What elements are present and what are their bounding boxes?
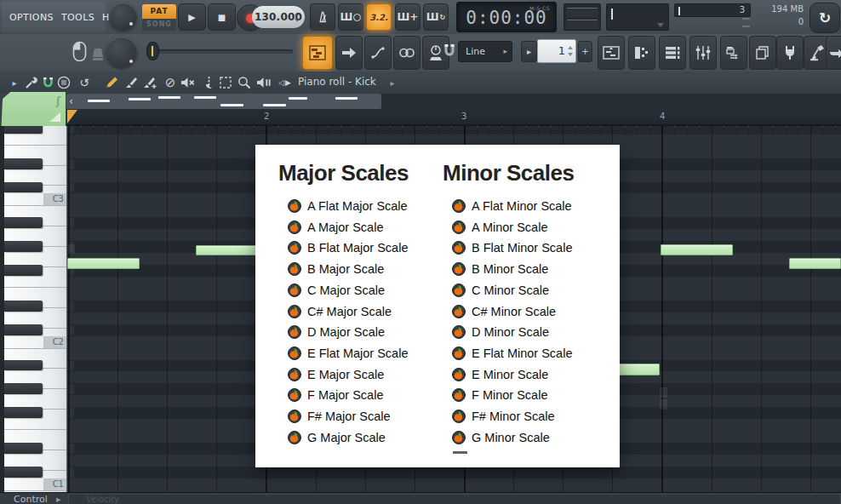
scale-item[interactable]: C# Major Scale bbox=[288, 303, 392, 320]
project-picker-button[interactable] bbox=[749, 36, 776, 70]
scale-item[interactable]: B Flat Major Scale bbox=[288, 239, 408, 256]
black-key[interactable] bbox=[4, 158, 43, 169]
piano-roll-active-button[interactable] bbox=[302, 36, 333, 70]
slice-tool-button[interactable] bbox=[201, 75, 216, 90]
target-selector-arrows[interactable]: ◁▶ bbox=[277, 75, 293, 90]
overdub-button[interactable]: Ш↻ bbox=[423, 3, 449, 31]
scale-item[interactable]: E Minor Scale bbox=[452, 366, 548, 383]
shuffle-slider-handle[interactable] bbox=[146, 42, 159, 60]
paint-tool-button[interactable] bbox=[123, 75, 139, 90]
countdown-button[interactable]: 3.2. bbox=[366, 3, 392, 31]
scale-item[interactable]: A Major Scale bbox=[288, 219, 383, 236]
channel-rack-window-button[interactable] bbox=[659, 36, 686, 70]
plugin-picker-button[interactable] bbox=[776, 36, 804, 70]
link-button[interactable] bbox=[393, 36, 420, 70]
piano-roll-title[interactable]: Piano roll - Kick bbox=[298, 76, 376, 88]
scale-item[interactable]: F# Minor Scale bbox=[452, 408, 555, 425]
loop-record-button[interactable]: Ш+ bbox=[395, 3, 420, 31]
time-display[interactable]: 0:00:00 M:S:CS bbox=[456, 2, 557, 32]
touch-hand-button[interactable] bbox=[826, 36, 841, 70]
control-lane-arrow[interactable]: ▸ bbox=[56, 494, 61, 504]
piano-roll-menu-button[interactable] bbox=[56, 75, 72, 90]
main-volume-knob[interactable] bbox=[109, 3, 137, 31]
black-key[interactable] bbox=[4, 265, 43, 276]
scale-item[interactable]: C Major Scale bbox=[288, 282, 385, 299]
hint-caret-icon[interactable] bbox=[657, 23, 664, 27]
wait-for-input-button[interactable]: Ш bbox=[338, 3, 363, 31]
pattern-mode-button[interactable]: PAT bbox=[142, 4, 176, 19]
play-button[interactable]: ▶ bbox=[178, 3, 206, 31]
note[interactable] bbox=[661, 244, 733, 255]
scale-item[interactable]: A Flat Minor Scale bbox=[452, 198, 572, 215]
black-key[interactable] bbox=[4, 360, 43, 371]
scale-item[interactable]: G Major Scale bbox=[288, 429, 386, 446]
scale-item[interactable]: E Flat Minor Scale bbox=[452, 345, 572, 362]
scale-item[interactable]: D Minor Scale bbox=[452, 324, 549, 341]
bpm-display[interactable]: 130.000 bbox=[252, 6, 305, 28]
scale-item[interactable]: F Minor Scale bbox=[452, 387, 547, 404]
black-key[interactable] bbox=[4, 407, 43, 418]
black-key[interactable] bbox=[4, 241, 43, 252]
shuffle-slider-track[interactable] bbox=[148, 49, 293, 54]
menu-tools[interactable]: TOOLS bbox=[61, 12, 94, 23]
typing-keyboard-button[interactable] bbox=[91, 47, 105, 62]
black-key[interactable] bbox=[4, 182, 43, 193]
undo-button[interactable]: ↺ bbox=[77, 75, 92, 90]
step-sequencer-window-button[interactable] bbox=[628, 36, 655, 70]
scale-item[interactable]: B Minor Scale bbox=[452, 261, 548, 278]
scale-item[interactable]: E Major Scale bbox=[288, 366, 384, 383]
zoom-tool-button[interactable] bbox=[237, 75, 252, 90]
scale-item[interactable]: F Major Scale bbox=[288, 387, 383, 404]
mixer-window-button[interactable] bbox=[689, 36, 717, 70]
pattern-number-box[interactable]: 1 bbox=[537, 39, 576, 63]
menu-options[interactable]: OPTIONS bbox=[9, 12, 54, 23]
mute-tool-button[interactable] bbox=[180, 75, 196, 90]
piano-keyboard[interactable]: C3C2C1 bbox=[4, 126, 67, 492]
slide-note-button[interactable] bbox=[364, 36, 392, 70]
black-key[interactable] bbox=[4, 301, 43, 312]
snap-magnet-toggle[interactable] bbox=[40, 75, 55, 90]
snap-magnet-button[interactable] bbox=[443, 43, 456, 60]
scale-item[interactable]: A Minor Scale bbox=[452, 219, 547, 236]
scale-item[interactable]: C# Minor Scale bbox=[452, 303, 556, 320]
black-key[interactable] bbox=[4, 217, 43, 228]
black-key[interactable] bbox=[4, 443, 43, 454]
scale-item[interactable]: G Minor Scale bbox=[452, 429, 550, 446]
black-key[interactable] bbox=[4, 467, 43, 478]
bpm-spinner[interactable] bbox=[295, 12, 300, 22]
browser-window-button[interactable] bbox=[720, 36, 747, 70]
wrench-tool-button[interactable] bbox=[24, 75, 39, 90]
note-properties-preview[interactable]: ʃ bbox=[0, 92, 66, 126]
minimap-track-rest[interactable] bbox=[381, 94, 841, 109]
mouse-settings-button[interactable] bbox=[72, 40, 89, 64]
paint-sequence-tool-button[interactable] bbox=[142, 75, 157, 90]
pattern-spinner[interactable] bbox=[568, 46, 573, 56]
master-pitch-knob[interactable] bbox=[106, 37, 137, 68]
select-tool-button[interactable] bbox=[218, 75, 233, 90]
snap-selector[interactable]: Line ▸ bbox=[458, 41, 512, 62]
note[interactable] bbox=[67, 258, 140, 269]
scale-item[interactable]: D Major Scale bbox=[288, 324, 385, 341]
minimap-back-icon[interactable]: ‹ bbox=[69, 94, 73, 108]
scale-item[interactable]: E Flat Major Scale bbox=[288, 345, 408, 362]
add-pattern-button[interactable]: + bbox=[578, 41, 592, 62]
playback-tool-button[interactable] bbox=[256, 75, 272, 90]
control-lane-label[interactable]: Control bbox=[14, 494, 48, 504]
sync-button[interactable]: ↻ bbox=[810, 3, 840, 33]
playhead-marker[interactable] bbox=[67, 110, 77, 123]
title-menu-arrow[interactable]: ▸ bbox=[385, 75, 400, 90]
delete-tool-button[interactable]: ⊘ bbox=[163, 75, 178, 90]
pattern-play-button[interactable]: ▸ bbox=[521, 41, 537, 62]
scale-item[interactable]: A Flat Major Scale bbox=[288, 198, 408, 215]
timeline-ruler[interactable]: 234 bbox=[66, 109, 841, 126]
scale-item[interactable]: B Major Scale bbox=[288, 261, 384, 278]
scale-item[interactable]: C Minor Scale bbox=[452, 282, 549, 299]
toolbar-collapse-arrow[interactable]: ▸ bbox=[7, 75, 22, 90]
black-key[interactable] bbox=[4, 126, 43, 134]
playlist-window-button[interactable] bbox=[598, 36, 625, 70]
pattern-arrow-button[interactable] bbox=[335, 36, 363, 70]
note[interactable] bbox=[789, 258, 841, 269]
note[interactable] bbox=[196, 245, 257, 255]
metronome-button[interactable] bbox=[310, 3, 335, 31]
velocity-lane[interactable]: Velocity bbox=[68, 494, 841, 504]
